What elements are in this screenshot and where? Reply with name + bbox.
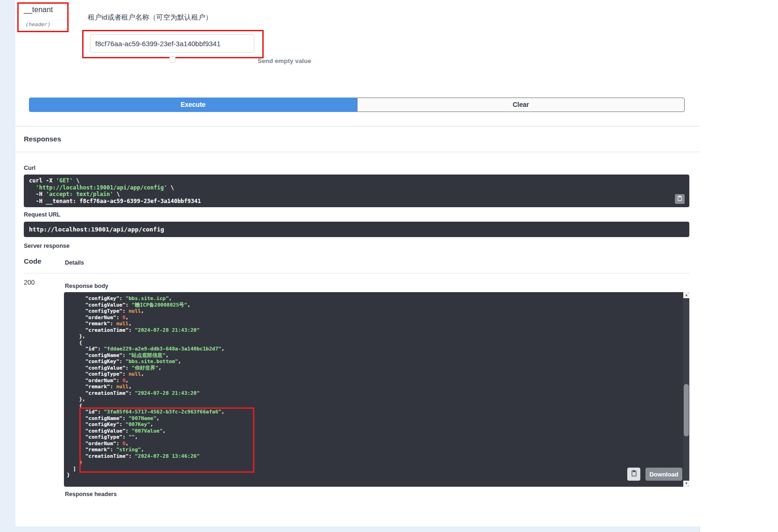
server-response-label: Server response (24, 243, 70, 249)
status-code: 200 (24, 279, 35, 286)
send-empty-value-checkbox[interactable] (169, 56, 175, 63)
response-body-scrollbar[interactable]: ▲ ▼ (683, 292, 689, 487)
code-column-header: Code (24, 257, 42, 265)
send-empty-value-label: Send empty value (258, 57, 311, 64)
download-button[interactable]: Download (645, 468, 682, 481)
swagger-ui-page: __tenant (header) 租户id或者租户名称（可空为默认租户） Se… (0, 0, 778, 532)
parameter-description: 租户id或者租户名称（可空为默认租户） (88, 13, 212, 22)
curl-code: curl -X 'GET' \ 'http://localhost:19001/… (29, 177, 684, 204)
response-body-block: "configKey": "bbs.site.icp", "configValu… (64, 292, 689, 487)
clipboard-icon (631, 470, 638, 478)
request-url-value: http://localhost:19001/api/app/config (29, 226, 164, 233)
response-headers-label: Response headers (65, 491, 117, 497)
responses-header-bar: Responses (15, 126, 700, 152)
clear-button[interactable]: Clear (357, 98, 685, 112)
parameter-location: (header) (26, 20, 50, 28)
opblock-body: __tenant (header) 租户id或者租户名称（可空为默认租户） Se… (15, 0, 700, 526)
execute-button[interactable]: Execute (29, 98, 357, 112)
clipboard-icon (677, 196, 683, 203)
request-url-block: http://localhost:19001/api/app/config (24, 222, 689, 237)
parameter-name: __tenant (24, 6, 53, 14)
parameter-name-label: __tenant (24, 6, 53, 14)
details-column-header: Details (65, 259, 84, 266)
tenant-input[interactable] (90, 34, 254, 53)
parameter-in-label: (header) (26, 22, 50, 28)
responses-title: Responses (24, 135, 61, 143)
copy-response-button[interactable] (627, 468, 640, 481)
curl-block: curl -X 'GET' \ 'http://localhost:19001/… (24, 175, 689, 207)
scrollbar-thumb[interactable] (684, 384, 689, 436)
curl-label: Curl (24, 165, 35, 171)
response-body-code: "configKey": "bbs.site.icp", "configValu… (67, 295, 683, 478)
scroll-up-button[interactable]: ▲ (683, 292, 689, 298)
response-body-label: Response body (65, 283, 108, 289)
copy-curl-button[interactable] (675, 194, 685, 204)
request-url-label: Request URL (24, 211, 60, 218)
table-header-divider (24, 273, 689, 273)
scroll-down-button[interactable]: ▼ (683, 481, 689, 487)
